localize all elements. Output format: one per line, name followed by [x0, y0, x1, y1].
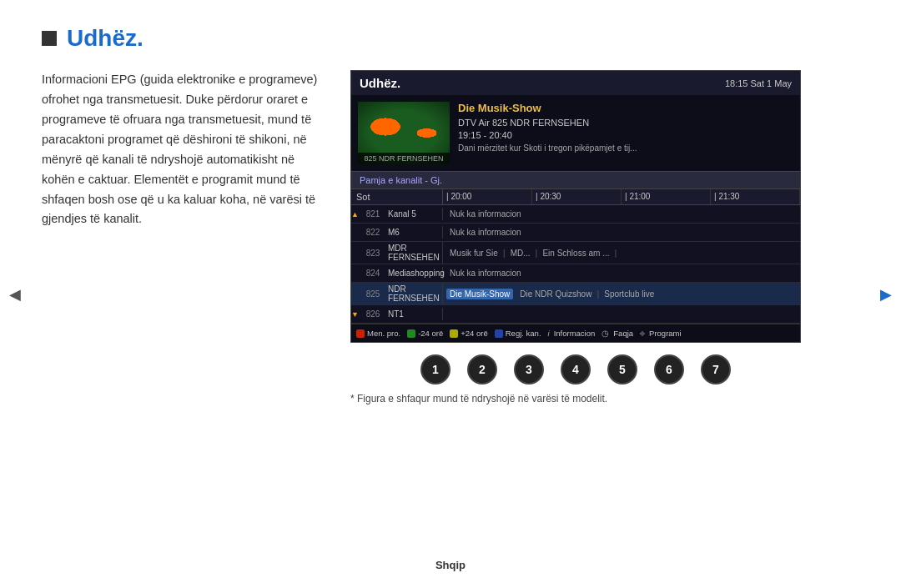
number-buttons-row: 1 2 3 4 5 6 7: [350, 354, 801, 384]
row-num-822: 822: [361, 226, 385, 239]
row-programs-823: Musik fur Sie | MD... | Ein Schloss am .…: [443, 246, 800, 260]
epg-time-2130: | 21:30: [711, 189, 800, 204]
title-square-icon: [42, 31, 57, 46]
num-btn-2[interactable]: 2: [467, 354, 497, 384]
toolbar-men-pro[interactable]: Men. pro.: [356, 329, 400, 338]
description-text: Informacioni EPG (guida elektronike e pr…: [42, 70, 325, 229]
row-channel-825: NDR FERNSEHEN: [385, 283, 443, 304]
toolbar-dot-blue: [495, 329, 503, 338]
num-btn-7[interactable]: 7: [701, 354, 731, 384]
program-823-3: Ein Schloss am ...: [539, 248, 612, 259]
row-programs-826: [443, 313, 800, 316]
toolbar-dot-green: [407, 329, 415, 338]
row-channel-826: NT1: [385, 308, 443, 320]
epg-row-825[interactable]: 825 NDR FERNSEHEN Die Musik-Show Die NDR…: [351, 283, 800, 305]
toolbar-faqja-label: Faqja: [613, 329, 633, 338]
channel-label: 825 NDR FERNSEHEN: [358, 153, 450, 164]
program-824-1: Nuk ka informacion: [446, 268, 525, 279]
epg-timeline-slots: | 20:00 | 20:30 | 21:00 | 21:30: [443, 189, 800, 204]
epg-time-2100: | 21:00: [622, 189, 711, 204]
epg-channels: ▲ 821 Kanal 5 Nuk ka informacion 822 M6: [351, 205, 800, 324]
row-channel-821: Kanal 5: [385, 208, 443, 220]
toolbar-regj[interactable]: Regj. kan.: [495, 329, 541, 338]
main-content: Informacioni EPG (guida elektronike e pr…: [42, 70, 859, 542]
toolbar-informacion-label: Informacion: [554, 329, 596, 338]
row-num-825: 825: [361, 288, 385, 300]
toolbar-dot-yellow: [450, 329, 458, 338]
epg-container: Udhëz. 18:15 Sat 1 May 825 NDR FERNSEHEN…: [350, 70, 801, 343]
page-title: Udhëz.: [67, 25, 143, 52]
epg-row-822[interactable]: 822 M6 Nuk ka informacion: [351, 224, 800, 242]
row-num-821: 821: [361, 208, 385, 220]
toolbar-faqja[interactable]: ◷ Faqja: [602, 329, 633, 338]
toolbar-plus24[interactable]: +24 orë: [450, 329, 488, 338]
epg-row-824[interactable]: 824 Mediashopping Nuk ka informacion: [351, 264, 800, 283]
num-btn-6[interactable]: 6: [654, 354, 684, 384]
epg-show-time: 19:15 - 20:40: [458, 130, 793, 140]
epg-thumbnail: 825 NDR FERNSEHEN: [358, 102, 450, 164]
toolbar-programi[interactable]: ⎆ Programi: [640, 329, 682, 338]
epg-timeline: Sot | 20:00 | 20:30 | 21:00 | 21:30: [351, 189, 800, 205]
epg-row-823[interactable]: 823 MDR FERNSEHEN Musik fur Sie | MD... …: [351, 242, 800, 264]
row-arrow-821: ▲: [351, 210, 361, 219]
toolbar-programi-label: Programi: [649, 329, 682, 338]
toolbar-informacion[interactable]: i Informacion: [548, 329, 596, 338]
epg-row-826[interactable]: ▼ 826 NT1: [351, 305, 800, 324]
epg-show-title: Die Musik-Show: [458, 102, 793, 114]
program-825-active: Die Musik-Show: [446, 289, 513, 299]
ui-column: Udhëz. 18:15 Sat 1 May 825 NDR FERNSEHEN…: [350, 70, 859, 542]
program-822-1: Nuk ka informacion: [446, 227, 525, 238]
row-channel-822: M6: [385, 226, 443, 239]
row-channel-823: MDR FERNSEHEN: [385, 242, 443, 264]
row-programs-822: Nuk ka informacion: [443, 225, 800, 239]
nav-arrow-left[interactable]: [7, 279, 23, 309]
bottom-language: Shqip: [42, 542, 859, 571]
program-823-2: MD...: [507, 248, 534, 259]
toolbar-plus24-label: +24 orë: [461, 329, 488, 338]
epg-title: Udhëz.: [360, 76, 400, 90]
toolbar-dot-red: [356, 329, 365, 338]
nav-arrow-right[interactable]: [878, 279, 894, 309]
row-programs-824: Nuk ka informacion: [443, 266, 800, 280]
info-icon: i: [548, 329, 550, 338]
epg-show-channel: DTV Air 825 NDR FERNSEHEN: [458, 118, 793, 128]
num-btn-5[interactable]: 5: [607, 354, 637, 384]
epg-show-desc: Dani mërzitet kur Skoti i tregon pikëpam…: [458, 143, 793, 154]
row-programs-825: Die Musik-Show Die NDR Quizshow | Sportc…: [443, 287, 800, 301]
program-825-3: Sportclub live: [601, 289, 657, 299]
page-title-row: Udhëz.: [42, 25, 859, 52]
toolbar-minus24[interactable]: -24 orë: [407, 329, 443, 338]
program-823-1: Musik fur Sie: [446, 248, 501, 259]
epg-time-2000: | 20:00: [443, 189, 532, 204]
row-programs-821: Nuk ka informacion: [443, 207, 800, 221]
toolbar-regj-label: Regj. kan.: [506, 329, 541, 338]
epg-section-header: Pamja e kanalit - Gj.: [351, 171, 800, 189]
text-column: Informacioni EPG (guida elektronike e pr…: [42, 70, 325, 542]
epg-datetime: 18:15 Sat 1 May: [725, 78, 792, 88]
toolbar-men-pro-label: Men. pro.: [367, 329, 400, 338]
epg-toolbar: Men. pro. -24 orë +24 orë Regj. kan.: [351, 324, 800, 342]
epg-header: Udhëz. 18:15 Sat 1 May: [351, 71, 800, 95]
clock-icon: ◷: [602, 329, 609, 338]
epg-preview: 825 NDR FERNSEHEN Die Musik-Show DTV Air…: [351, 95, 800, 171]
epg-timeline-today: Sot: [351, 189, 443, 204]
program-821-1: Nuk ka informacion: [446, 209, 525, 219]
row-num-824: 824: [361, 267, 385, 279]
epg-time-2030: | 20:30: [532, 189, 622, 204]
row-num-823: 823: [361, 247, 385, 259]
epg-show-info: Die Musik-Show DTV Air 825 NDR FERNSEHEN…: [458, 102, 793, 164]
num-btn-3[interactable]: 3: [514, 354, 544, 384]
epg-row-821[interactable]: ▲ 821 Kanal 5 Nuk ka informacion: [351, 205, 800, 224]
row-arrow-826: ▼: [351, 310, 361, 319]
exit-icon: ⎆: [640, 329, 645, 338]
num-btn-4[interactable]: 4: [561, 354, 591, 384]
page-container: Udhëz. Informacioni EPG (guida elektroni…: [0, 0, 901, 588]
toolbar-minus24-label: -24 orë: [418, 329, 443, 338]
row-channel-824: Mediashopping: [385, 267, 443, 279]
row-num-826: 826: [361, 308, 385, 320]
footnote: * Figura e shfaqur mund të ndryshojë në …: [350, 393, 801, 405]
program-825-2: Die NDR Quizshow: [516, 289, 595, 299]
num-btn-1[interactable]: 1: [420, 354, 450, 384]
